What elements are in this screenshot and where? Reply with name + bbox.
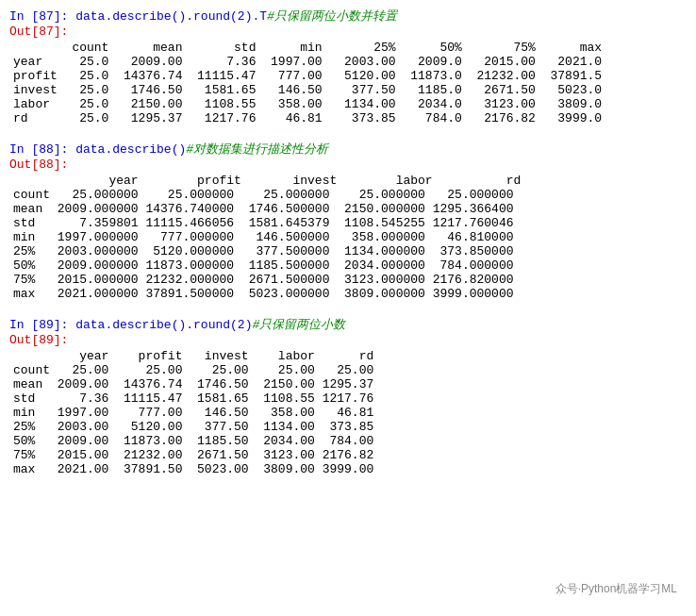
input-line-cell88: In [88]: data.describe()#对数据集进行描述性分析 <box>9 141 687 158</box>
input-code: data.describe().round(2).T <box>75 9 267 24</box>
output-label-cell87: Out[87]: <box>9 25 687 39</box>
input-comment: #对数据集进行描述性分析 <box>186 142 328 157</box>
input-prompt: In [88]: <box>9 142 75 157</box>
input-comment: #只保留两位小数并转置 <box>267 9 397 24</box>
input-line-cell89: In [89]: data.describe().round(2)#只保留两位小… <box>9 316 687 333</box>
input-prompt: In [87]: <box>9 9 75 24</box>
output-block-cell88: year profit invest labor rd count 25.000… <box>9 174 687 301</box>
input-comment: #只保留两位小数 <box>252 318 345 332</box>
cell-cell89: In [89]: data.describe().round(2)#只保留两位小… <box>9 316 687 486</box>
output-block-cell89: year profit invest labor rd count 25.00 … <box>9 349 687 476</box>
cell-cell87: In [87]: data.describe().round(2).T#只保留两… <box>9 8 687 135</box>
output-block-cell87: count mean std min 25% 50% 75% max year … <box>9 41 687 125</box>
cell-cell88: In [88]: data.describe()#对数据集进行描述性分析Out[… <box>9 141 687 310</box>
output-label-cell88: Out[88]: <box>9 158 687 172</box>
input-line-cell87: In [87]: data.describe().round(2).T#只保留两… <box>9 8 687 25</box>
watermark: 众号·Python机器学习ML <box>555 581 677 597</box>
output-label-cell89: Out[89]: <box>9 333 687 347</box>
input-code: data.describe().round(2) <box>75 318 252 332</box>
input-prompt: In [89]: <box>9 318 75 332</box>
input-code: data.describe() <box>75 142 186 157</box>
notebook: In [87]: data.describe().round(2).T#只保留两… <box>9 8 687 486</box>
